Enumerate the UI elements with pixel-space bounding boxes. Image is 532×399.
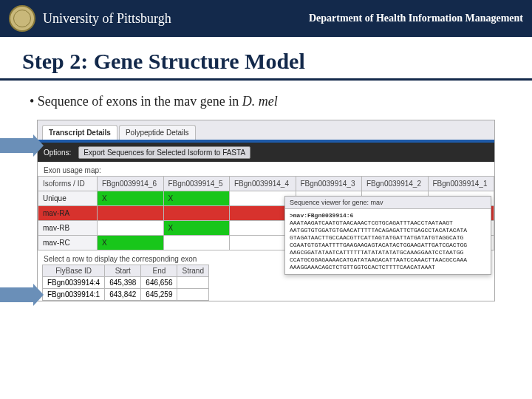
col-fbgn4: FBgn0039914_4 xyxy=(230,177,296,191)
bullet-line: • Sequence of exons in the mav gene in D… xyxy=(0,94,532,120)
col-fbgn5: FBgn0039914_5 xyxy=(163,177,230,191)
cell-strand xyxy=(177,289,208,301)
sequence-viewer-title: Sequence viewer for gene: mav xyxy=(285,197,491,209)
cell-end: 645,259 xyxy=(141,289,177,301)
row-mav-rc: mav-RC xyxy=(38,236,98,250)
tab-polypeptide-details[interactable]: Polypeptide Details xyxy=(119,125,196,140)
col-fbgn6: FBgn0039914_6 xyxy=(98,177,164,191)
seq-line: AAATAAGATCAATGTAACAAACTCGTGCAGATTTAACCTA… xyxy=(290,219,453,226)
callout-arrow-icon xyxy=(0,138,33,153)
table-row[interactable]: FBgn0039914:4 645,398 646,656 xyxy=(43,277,209,289)
col-end: End xyxy=(141,265,177,277)
export-fasta-button[interactable]: Export Sequences for Selected Isoform to… xyxy=(78,146,250,159)
seq-line: AAGCGGATATAATCATTTTTTATATATATATGCAAAGGAA… xyxy=(290,249,463,256)
cell-mark: X xyxy=(163,221,230,236)
cell-flybase-id: FBgn0039914:4 xyxy=(43,277,105,289)
seq-line: GTAGATAACTTGCCAACGTTCATTAGTATGATTATGATAT… xyxy=(290,234,463,241)
sequence-viewer-popup: Sequence viewer for gene: mav >mav:FBgn0… xyxy=(284,196,491,275)
col-fbgn3: FBgn0039914_3 xyxy=(296,177,362,191)
seq-line: CCATGCGGAGAAAACATGATATAAGACATTAATCCAAACT… xyxy=(290,256,467,263)
seq-line: CGAATGTGTAATTTTGAAGAAGAGTACATACTGGAAGATT… xyxy=(290,242,467,248)
cell-strand xyxy=(177,277,208,289)
cell-empty xyxy=(163,236,230,250)
tab-transcript-details[interactable]: Transcript Details xyxy=(42,125,117,140)
slide-title: Step 2: Gene Structure Model xyxy=(22,49,510,74)
title-area: Step 2: Gene Structure Model xyxy=(0,37,532,81)
tab-bar: Transcript Details Polypeptide Details xyxy=(38,120,494,140)
cell-empty xyxy=(98,221,164,236)
exon-map-label: Exon usage map: xyxy=(38,162,494,176)
bullet-italic: D. mel xyxy=(242,94,278,109)
university-seal-icon xyxy=(9,5,35,32)
table-row[interactable]: FBgn0039914:1 643,842 645,259 xyxy=(43,289,209,301)
department-name: Department of Health Information Managem… xyxy=(309,13,523,24)
university-name: University of Pittsburgh xyxy=(43,11,171,27)
row-mav-rb: mav-RB xyxy=(38,221,98,236)
cell-end: 646,656 xyxy=(141,277,177,289)
cell-mark: X xyxy=(98,236,164,250)
sequence-text: >mav:FBgn0039914:6 AAATAAGATCAATGTAACAAA… xyxy=(285,209,491,274)
table-header-row: Isoforms / ID FBgn0039914_6 FBgn0039914_… xyxy=(38,177,494,191)
cell-mark: X xyxy=(163,191,230,206)
table-header-row: FlyBase ID Start End Strand xyxy=(43,265,209,277)
col-fbgn2: FBgn0039914_2 xyxy=(362,177,429,191)
exon-coords-table: FlyBase ID Start End Strand FBgn0039914:… xyxy=(42,265,209,301)
options-bar: Options: Export Sequences for Selected I… xyxy=(38,143,494,162)
col-fbgn1: FBgn0039914_1 xyxy=(428,177,494,191)
cell-flybase-id: FBgn0039914:1 xyxy=(43,289,105,301)
cell-mark: X xyxy=(98,191,164,206)
seq-line: AATGGTGTGGATGTGAACATTTTTACAGAGATTCTGAGCC… xyxy=(290,227,467,233)
cell-start: 645,398 xyxy=(105,277,141,289)
cell-empty xyxy=(163,206,230,221)
seq-line: AAAGGAAACAGCTCTGTTGGTGCACTCTTTTCAACATAAA… xyxy=(290,264,435,270)
col-strand: Strand xyxy=(177,265,208,277)
screenshot-panel: Transcript Details Polypeptide Details O… xyxy=(37,120,495,301)
col-isoforms: Isoforms / ID xyxy=(38,177,98,191)
options-label: Options: xyxy=(44,149,71,157)
bullet-text: Sequence of exons in the mav gene in xyxy=(38,94,242,109)
slide-header: University of Pittsburgh Department of H… xyxy=(0,0,532,37)
callout-arrow-icon xyxy=(0,287,33,302)
cell-start: 643,842 xyxy=(105,289,141,301)
row-unique: Unique xyxy=(38,191,98,206)
row-mav-ra: mav-RA xyxy=(38,206,98,221)
bullet-marker: • xyxy=(30,94,38,109)
fasta-header: >mav:FBgn0039914:6 xyxy=(290,212,353,219)
cell-empty xyxy=(98,206,164,221)
col-flybase-id: FlyBase ID xyxy=(43,265,105,277)
col-start: Start xyxy=(105,265,141,277)
